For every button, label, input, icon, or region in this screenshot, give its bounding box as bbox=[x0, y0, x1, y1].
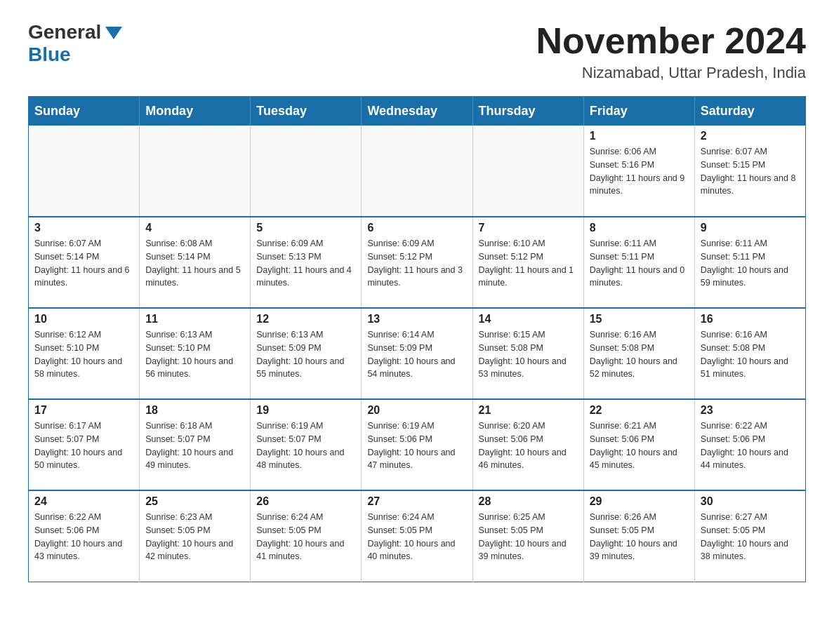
day-info-line: Sunrise: 6:11 AM bbox=[590, 239, 656, 248]
day-info: Sunrise: 6:09 AMSunset: 5:13 PMDaylight:… bbox=[256, 237, 355, 290]
day-info-line: Sunset: 5:06 PM bbox=[367, 434, 432, 444]
calendar-week-row: 3Sunrise: 6:07 AMSunset: 5:14 PMDaylight… bbox=[29, 217, 806, 308]
calendar-cell: 25Sunrise: 6:23 AMSunset: 5:05 PMDayligh… bbox=[140, 490, 251, 582]
day-info: Sunrise: 6:22 AMSunset: 5:06 PMDaylight:… bbox=[34, 511, 133, 563]
day-info-line: Sunrise: 6:19 AM bbox=[367, 421, 434, 431]
day-info: Sunrise: 6:13 AMSunset: 5:10 PMDaylight:… bbox=[145, 328, 244, 381]
day-info: Sunrise: 6:12 AMSunset: 5:10 PMDaylight:… bbox=[34, 328, 133, 381]
day-info: Sunrise: 6:22 AMSunset: 5:06 PMDaylight:… bbox=[701, 420, 800, 472]
calendar-cell: 19Sunrise: 6:19 AMSunset: 5:07 PMDayligh… bbox=[251, 399, 362, 490]
day-number: 22 bbox=[590, 404, 689, 417]
day-info-line: Sunset: 5:12 PM bbox=[479, 252, 543, 262]
calendar-cell: 11Sunrise: 6:13 AMSunset: 5:10 PMDayligh… bbox=[140, 308, 251, 399]
day-info: Sunrise: 6:21 AMSunset: 5:06 PMDaylight:… bbox=[590, 420, 689, 472]
calendar-cell: 21Sunrise: 6:20 AMSunset: 5:06 PMDayligh… bbox=[472, 399, 583, 490]
day-info-line: Sunrise: 6:24 AM bbox=[256, 512, 323, 522]
day-info-line: Sunrise: 6:08 AM bbox=[145, 239, 212, 248]
day-info-line: Daylight: 10 hours and 59 minutes. bbox=[701, 265, 788, 288]
day-info-line: Daylight: 11 hours and 3 minutes. bbox=[367, 265, 463, 288]
day-info-line: Sunrise: 6:26 AM bbox=[590, 512, 656, 522]
day-number: 20 bbox=[367, 404, 466, 417]
calendar-cell: 10Sunrise: 6:12 AMSunset: 5:10 PMDayligh… bbox=[29, 308, 140, 399]
day-info: Sunrise: 6:24 AMSunset: 5:05 PMDaylight:… bbox=[256, 511, 355, 563]
day-info: Sunrise: 6:11 AMSunset: 5:11 PMDaylight:… bbox=[590, 237, 689, 290]
day-info-line: Daylight: 10 hours and 58 minutes. bbox=[34, 356, 122, 380]
calendar-week-row: 10Sunrise: 6:12 AMSunset: 5:10 PMDayligh… bbox=[29, 308, 806, 399]
day-number: 14 bbox=[479, 313, 578, 326]
day-info-line: Sunrise: 6:10 AM bbox=[479, 239, 545, 248]
day-info-line: Daylight: 10 hours and 47 minutes. bbox=[367, 448, 455, 471]
calendar-header-row: SundayMondayTuesdayWednesdayThursdayFrid… bbox=[29, 97, 806, 126]
day-info-line: Sunset: 5:05 PM bbox=[145, 525, 210, 535]
day-info-line: Daylight: 10 hours and 41 minutes. bbox=[256, 539, 344, 562]
day-number: 27 bbox=[367, 495, 466, 508]
logo-arrow-icon bbox=[105, 27, 122, 39]
day-info-line: Sunrise: 6:19 AM bbox=[256, 421, 323, 431]
day-info-line: Sunrise: 6:06 AM bbox=[590, 147, 656, 156]
day-info-line: Daylight: 10 hours and 54 minutes. bbox=[367, 356, 455, 380]
day-number: 9 bbox=[701, 222, 800, 234]
day-info-line: Sunrise: 6:24 AM bbox=[367, 512, 434, 522]
day-number: 23 bbox=[701, 404, 800, 417]
day-info-line: Sunset: 5:05 PM bbox=[590, 525, 654, 535]
day-info-line: Daylight: 10 hours and 44 minutes. bbox=[701, 448, 788, 471]
calendar-cell: 17Sunrise: 6:17 AMSunset: 5:07 PMDayligh… bbox=[29, 399, 140, 490]
day-info-line: Daylight: 10 hours and 48 minutes. bbox=[256, 448, 344, 471]
day-info-line: Sunrise: 6:17 AM bbox=[34, 421, 101, 431]
day-info-line: Sunset: 5:07 PM bbox=[145, 434, 210, 444]
calendar-table: SundayMondayTuesdayWednesdayThursdayFrid… bbox=[28, 96, 806, 582]
day-info: Sunrise: 6:16 AMSunset: 5:08 PMDaylight:… bbox=[701, 328, 800, 381]
day-number: 21 bbox=[479, 404, 578, 417]
calendar-cell: 6Sunrise: 6:09 AMSunset: 5:12 PMDaylight… bbox=[362, 217, 472, 308]
logo-general-text: General bbox=[28, 21, 101, 43]
day-info-line: Daylight: 11 hours and 6 minutes. bbox=[34, 265, 130, 288]
calendar-week-row: 24Sunrise: 6:22 AMSunset: 5:06 PMDayligh… bbox=[29, 490, 806, 582]
day-info: Sunrise: 6:13 AMSunset: 5:09 PMDaylight:… bbox=[256, 328, 355, 381]
day-number: 24 bbox=[34, 495, 133, 508]
day-info-line: Sunrise: 6:11 AM bbox=[701, 239, 767, 248]
day-info: Sunrise: 6:07 AMSunset: 5:14 PMDaylight:… bbox=[34, 237, 133, 290]
calendar-cell: 28Sunrise: 6:25 AMSunset: 5:05 PMDayligh… bbox=[472, 490, 583, 582]
calendar-cell: 9Sunrise: 6:11 AMSunset: 5:11 PMDaylight… bbox=[694, 217, 805, 308]
day-info-line: Sunset: 5:09 PM bbox=[367, 343, 432, 353]
day-number: 29 bbox=[590, 495, 689, 508]
day-info-line: Daylight: 10 hours and 40 minutes. bbox=[367, 539, 455, 562]
day-info-line: Sunset: 5:05 PM bbox=[367, 525, 432, 535]
calendar-cell: 15Sunrise: 6:16 AMSunset: 5:08 PMDayligh… bbox=[583, 308, 694, 399]
day-number: 6 bbox=[367, 222, 466, 234]
day-info-line: Sunset: 5:06 PM bbox=[479, 434, 543, 444]
day-info-line: Sunset: 5:08 PM bbox=[590, 343, 654, 353]
day-number: 28 bbox=[479, 495, 578, 508]
calendar-cell bbox=[140, 126, 251, 217]
day-info-line: Sunset: 5:06 PM bbox=[590, 434, 654, 444]
calendar-cell bbox=[472, 126, 583, 217]
day-info: Sunrise: 6:19 AMSunset: 5:07 PMDaylight:… bbox=[256, 420, 355, 472]
day-number: 7 bbox=[479, 222, 578, 234]
day-info-line: Sunrise: 6:23 AM bbox=[145, 512, 212, 522]
day-info-line: Sunrise: 6:22 AM bbox=[34, 512, 101, 522]
day-info-line: Sunset: 5:07 PM bbox=[256, 434, 321, 444]
day-info-line: Sunset: 5:11 PM bbox=[701, 252, 765, 262]
day-info-line: Daylight: 10 hours and 55 minutes. bbox=[256, 356, 344, 380]
day-number: 17 bbox=[34, 404, 133, 417]
calendar-cell: 20Sunrise: 6:19 AMSunset: 5:06 PMDayligh… bbox=[362, 399, 472, 490]
day-info-line: Sunrise: 6:27 AM bbox=[701, 512, 767, 522]
day-of-week-sunday: Sunday bbox=[29, 97, 140, 126]
day-info-line: Daylight: 11 hours and 1 minute. bbox=[479, 265, 574, 288]
day-info: Sunrise: 6:19 AMSunset: 5:06 PMDaylight:… bbox=[367, 420, 466, 472]
day-of-week-monday: Monday bbox=[140, 97, 251, 126]
day-info-line: Sunset: 5:15 PM bbox=[701, 160, 765, 170]
day-number: 25 bbox=[145, 495, 244, 508]
day-number: 15 bbox=[590, 313, 689, 326]
day-info: Sunrise: 6:15 AMSunset: 5:08 PMDaylight:… bbox=[479, 328, 578, 381]
day-info: Sunrise: 6:14 AMSunset: 5:09 PMDaylight:… bbox=[367, 328, 466, 381]
day-info-line: Sunrise: 6:07 AM bbox=[34, 239, 101, 248]
day-info: Sunrise: 6:26 AMSunset: 5:05 PMDaylight:… bbox=[590, 511, 689, 563]
day-info-line: Sunset: 5:07 PM bbox=[34, 434, 99, 444]
calendar-cell: 14Sunrise: 6:15 AMSunset: 5:08 PMDayligh… bbox=[472, 308, 583, 399]
calendar-cell: 27Sunrise: 6:24 AMSunset: 5:05 PMDayligh… bbox=[362, 490, 472, 582]
day-number: 12 bbox=[256, 313, 355, 326]
calendar-cell: 4Sunrise: 6:08 AMSunset: 5:14 PMDaylight… bbox=[140, 217, 251, 308]
day-info: Sunrise: 6:17 AMSunset: 5:07 PMDaylight:… bbox=[34, 420, 133, 472]
day-info: Sunrise: 6:10 AMSunset: 5:12 PMDaylight:… bbox=[479, 237, 578, 290]
